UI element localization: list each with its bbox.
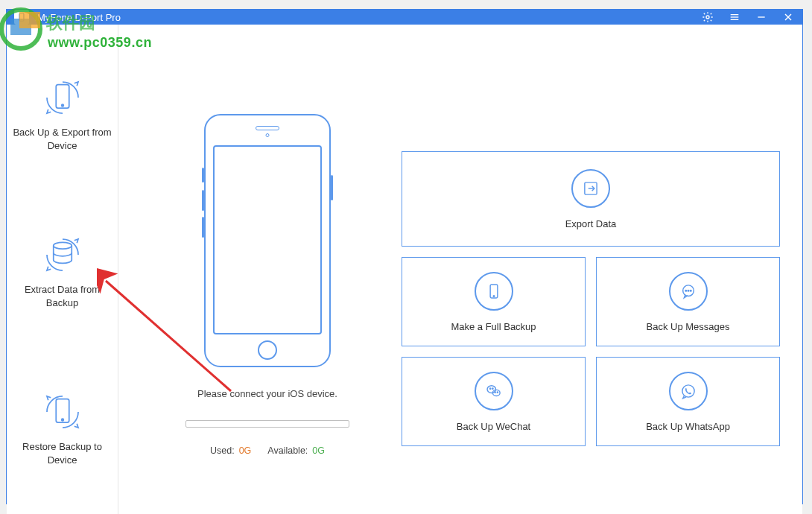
database-extract-icon [42,234,83,276]
wechat-icon [475,372,513,410]
sidebar-item-label: Extract Data from Backup [13,283,112,309]
phone-export-icon [42,77,83,118]
close-button[interactable] [781,10,795,24]
export-icon [571,169,610,208]
card-label: Back Up Messages [647,321,730,332]
sidebar-item-label: Restore Backup to Device [13,440,112,466]
svg-point-27 [497,392,498,393]
svg-point-10 [61,104,63,107]
app-body: Back Up & Export from Device Extract Dat… [7,25,802,514]
app-icon [14,10,29,25]
whatsapp-icon [669,372,708,410]
used-value: 0G [239,445,252,456]
sidebar-item-label: Back Up & Export from Device [13,126,112,152]
backup-whatsapp-card[interactable]: Back Up WhatsApp [596,357,780,446]
svg-point-21 [690,290,691,291]
sidebar-item-backup-export[interactable]: Back Up & Export from Device [7,62,118,174]
svg-point-11 [53,242,72,249]
window-title: iMyFone D-Port Pro [35,12,701,23]
phone-illustration [204,114,331,367]
phone-column: Please connect your iOS device. Used: 0G… [133,39,402,514]
main-panel: Please connect your iOS device. Used: 0G… [118,25,802,514]
storage-progress [185,420,349,428]
sidebar-item-extract-backup[interactable]: Extract Data from Backup [7,219,118,331]
full-backup-card[interactable]: Make a Full Backup [402,257,586,346]
svg-point-13 [61,419,63,421]
phone-restore-icon [42,391,83,433]
svg-point-2 [706,16,709,19]
card-label: Back Up WhatsApp [646,421,730,432]
card-label: Export Data [565,218,617,229]
sidebar-item-restore-backup[interactable]: Restore Backup to Device [7,376,118,489]
gear-icon[interactable] [701,10,714,24]
connect-prompt: Please connect your iOS device. [197,388,337,399]
available-label: Available: [267,445,308,456]
app-window: iMyFone D-Port Pro [6,9,803,504]
svg-point-17 [493,295,495,296]
phone-icon [475,272,513,311]
backup-wechat-card[interactable]: Back Up WeChat [402,357,586,446]
message-icon [669,272,708,311]
svg-point-26 [495,392,495,393]
svg-point-19 [685,290,686,291]
menu-icon[interactable] [728,10,741,24]
svg-point-20 [688,290,689,291]
svg-point-1 [21,19,22,20]
titlebar-controls [701,10,795,24]
minimize-button[interactable] [755,10,768,24]
sidebar: Back Up & Export from Device Extract Dat… [7,25,118,514]
used-label: Used: [210,445,235,456]
card-label: Make a Full Backup [451,321,536,332]
available-value: 0G [312,445,325,456]
storage-usage: Used: 0G Available: 0G [210,445,325,456]
card-label: Back Up WeChat [457,421,530,432]
actions-column: Export Data Make a Full Backup Back Up M… [402,39,780,514]
svg-point-28 [682,384,694,396]
svg-point-25 [492,388,492,389]
svg-point-24 [489,388,490,389]
backup-messages-card[interactable]: Back Up Messages [596,257,780,346]
export-data-card[interactable]: Export Data [402,151,780,247]
titlebar: iMyFone D-Port Pro [7,10,802,25]
